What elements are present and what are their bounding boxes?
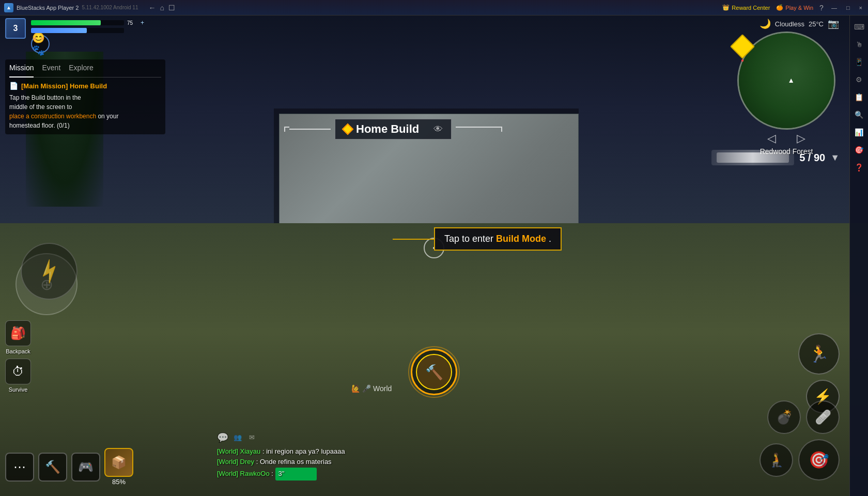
mission-desc-line2: middle of the screen to (9, 103, 72, 111)
sidebar-search-icon[interactable]: 🔍 (852, 107, 866, 122)
chat-bracket-1: [World] (217, 447, 240, 455)
backpack-icon[interactable]: 🎒 (5, 320, 31, 346)
bs-logo-icon: ▲ (4, 3, 13, 12)
home-build-label: Home Build 👁 (284, 119, 502, 140)
player-level-badge: 3 (5, 18, 26, 39)
reward-center-label: Reward Center (732, 5, 770, 11)
sidebar-chart-icon[interactable]: 📊 (852, 125, 866, 140)
mission-panel: Mission Event Explore 📄 [Main Mission] H… (5, 59, 165, 134)
expand-arrow-icon[interactable]: ▼ (830, 152, 840, 163)
bluestacks-titlebar: ▲ BlueStacks App Player 2 5.11.42.1002 A… (0, 0, 868, 16)
mission-title-text: [Main Mission] Home Build (21, 82, 107, 90)
minimize-button[interactable]: — (830, 5, 839, 11)
person-wave-icon: 🙋 (351, 384, 360, 393)
corner-tr (497, 127, 502, 132)
toolbar-hammer-icon: 🔨 (45, 460, 60, 474)
run-button[interactable]: 🏃 (798, 333, 840, 375)
navigation-arrows: ◁ ▷ (730, 132, 843, 145)
nav-arrow-left[interactable]: ◁ (767, 132, 776, 145)
bluestacks-logo: ▲ BlueStacks App Player 2 5.11.42.1002 A… (4, 3, 138, 12)
sidebar-help-icon[interactable]: ❓ (852, 160, 866, 175)
hp-bar-fill (31, 20, 101, 25)
sidebar-settings-icon[interactable]: ⚙ (852, 72, 866, 87)
sidebar-mouse-icon[interactable]: 🖱 (852, 37, 866, 52)
back-icon[interactable]: ← (148, 4, 156, 12)
hp-bar-background (31, 20, 124, 25)
right-bottom-action-panel: 🧎 🎯 (760, 439, 840, 481)
nav-diamond-icon (730, 34, 755, 59)
help-icon[interactable]: ? (819, 4, 824, 12)
ammo-count-display: 5 / 90 (799, 152, 825, 164)
toolbar-build-item: 🔨 (38, 453, 67, 482)
stamina-bar-fill (31, 28, 87, 33)
build-button-ring (408, 346, 460, 398)
toolbar-more-button[interactable]: ⋯ (5, 453, 34, 482)
grenade-button[interactable]: 💣 (767, 400, 801, 434)
tab-mission[interactable]: Mission (9, 64, 34, 78)
bullet-icon: ⚡ (34, 256, 65, 287)
toolbar-drive-button[interactable]: 🎮 (71, 453, 100, 482)
steering-wheel-icon: 🎮 (78, 460, 94, 474)
mic-icon: 🎤 (362, 384, 371, 393)
camera-screenshot-icon[interactable]: 📷 (828, 18, 839, 29)
weapon-circle-left[interactable]: ⚡ (21, 243, 78, 300)
mission-desc-line4: homestead floor. (0/1) (9, 122, 70, 129)
attack-button[interactable]: 🎯 (798, 439, 840, 481)
more-dots-icon: ⋯ (13, 460, 26, 474)
survive-item[interactable]: ⏱ Survive (5, 359, 31, 393)
weather-bar: 🌙 Cloudless 25°C 📷 (730, 18, 843, 29)
build-mode-tooltip: Tap to enter Build Mode . (393, 227, 562, 251)
chest-icon: 📦 (111, 455, 127, 470)
chat-username-2: Drey (240, 458, 254, 466)
tooltip-text-after: . (549, 234, 551, 244)
chat-messages: [World] Xiayau : ini region apa ya? lupa… (217, 446, 496, 481)
close-button[interactable]: × (858, 5, 864, 11)
sidebar-clipboard-icon[interactable]: 📋 (852, 90, 866, 104)
weapon-slot-left[interactable]: ⚡ (21, 243, 78, 300)
nav-arrow-right[interactable]: ▷ (797, 132, 805, 145)
medkit-button[interactable]: 🩹 (806, 400, 840, 434)
toolbar-build-button[interactable]: 🔨 (38, 453, 67, 482)
app-name: BlueStacks App Player 2 (17, 5, 79, 11)
sidebar-target-icon[interactable]: 🎯 (852, 143, 866, 157)
bookmark-icon[interactable]: ☐ (168, 4, 175, 12)
home-build-box[interactable]: Home Build 👁 (335, 119, 452, 140)
survive-label: Survive (9, 386, 28, 393)
chat-bubble-icon[interactable]: 💬 (217, 432, 228, 443)
crown-icon: 👑 (722, 4, 730, 11)
home-icon[interactable]: ⌂ (160, 4, 164, 12)
sidebar-mobile-icon[interactable]: 📱 (852, 55, 866, 69)
play-win-button[interactable]: 🍊 Play & Win (776, 4, 813, 11)
chat-input-field[interactable]: 3" (275, 468, 317, 481)
chat-icon-group[interactable]: 👥 (234, 433, 242, 441)
tab-event[interactable]: Event (42, 64, 60, 74)
tooltip-text-before: Tap to enter (444, 234, 496, 244)
minimap: 🌙 Cloudless 25°C 📷 ● 🧭 ◁ ▷ Redwood Fores… (730, 18, 843, 156)
mission-highlight-text: place a construction workbench (9, 113, 96, 120)
nav-icons: ← ⌂ ☐ (148, 4, 175, 12)
hp-plus-button[interactable]: + (141, 19, 144, 26)
left-action-ui: 🎒 Backpack ⏱ Survive (5, 320, 31, 393)
backpack-item[interactable]: 🎒 Backpack (5, 320, 31, 354)
bottom-toolbar: ⋯ 🔨 🎮 📦 85% (5, 448, 133, 486)
bluestacks-sidebar: ⌨ 🖱 📱 ⚙ 📋 🔍 📊 🎯 ❓ (849, 16, 868, 496)
world-chat-button[interactable]: 🙋 🎤 World (351, 384, 392, 393)
toolbar-chest-button[interactable]: 📦 (104, 448, 133, 477)
chat-message-2: [World] Drey : Onde refina os materias (217, 457, 496, 468)
chat-content-2: Onde refina os materias (260, 458, 332, 466)
toolbar-chest-item: 📦 85% (104, 448, 133, 486)
chat-message-3: [World] RawkoOo : 3" (217, 468, 496, 481)
bracket-right (456, 127, 502, 132)
build-button-outer[interactable]: 🔨 (411, 349, 457, 395)
maximize-button[interactable]: □ (845, 5, 851, 11)
chat-envelope-icon: ✉ (249, 433, 255, 441)
reward-center-button[interactable]: 👑 Reward Center (722, 4, 770, 11)
survive-icon[interactable]: ⏱ (5, 359, 31, 384)
tab-explore[interactable]: Explore (69, 64, 93, 74)
build-button[interactable]: 🔨 (411, 349, 457, 395)
crouch-button[interactable]: 🧎 (760, 443, 793, 477)
item-quick-slots: 💣 🩹 (767, 400, 840, 434)
line-top-left (289, 129, 331, 130)
home-build-text: Home Build (356, 122, 419, 136)
sidebar-keyboard-icon[interactable]: ⌨ (852, 20, 866, 34)
